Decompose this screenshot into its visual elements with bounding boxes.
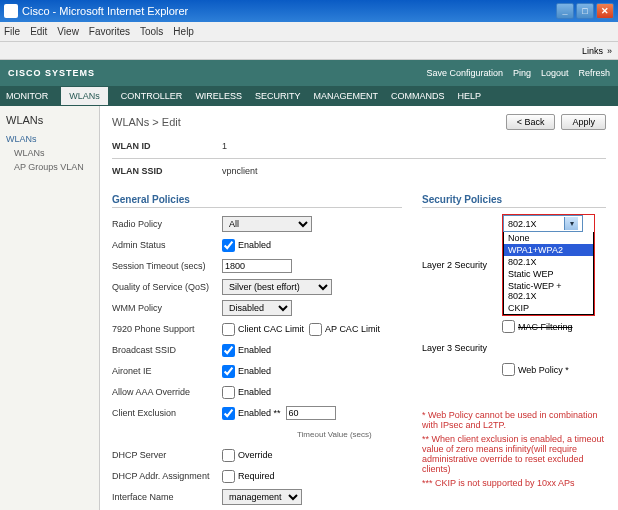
nav-security[interactable]: SECURITY bbox=[255, 87, 301, 105]
aironet-label: Aironet IE bbox=[112, 366, 222, 376]
dhcp-addr-check[interactable] bbox=[222, 470, 235, 483]
session-timeout-input[interactable] bbox=[222, 259, 292, 273]
sidebar-title: WLANs bbox=[6, 114, 93, 126]
admin-status-label: Admin Status bbox=[112, 240, 222, 250]
nav-commands[interactable]: COMMANDS bbox=[391, 87, 445, 105]
client-cac-check[interactable] bbox=[222, 323, 235, 336]
exclusion-check[interactable] bbox=[222, 407, 235, 420]
exclusion-input[interactable] bbox=[286, 406, 336, 420]
cisco-logo: CISCO SYSTEMS bbox=[8, 68, 95, 78]
refresh-link[interactable]: Refresh bbox=[578, 68, 610, 78]
sidebar: WLANs WLANs WLANs AP Groups VLAN bbox=[0, 106, 100, 510]
nav-wireless[interactable]: WIRELESS bbox=[195, 87, 242, 105]
apply-button[interactable]: Apply bbox=[561, 114, 606, 130]
l2-security-label: Layer 2 Security bbox=[422, 260, 502, 270]
radio-policy-select[interactable]: All bbox=[222, 216, 312, 232]
window-title: Cisco - Microsoft Internet Explorer bbox=[22, 5, 188, 17]
admin-status-check[interactable] bbox=[222, 239, 235, 252]
broadcast-label: Broadcast SSID bbox=[112, 345, 222, 355]
menu-view[interactable]: View bbox=[57, 26, 79, 37]
dhcp-server-check[interactable] bbox=[222, 449, 235, 462]
qos-select[interactable]: Silver (best effort) bbox=[222, 279, 332, 295]
dhcp-addr-label: DHCP Addr. Assignment bbox=[112, 471, 222, 481]
l2-opt-wpa[interactable]: WPA1+WPA2 bbox=[504, 244, 593, 256]
back-button[interactable]: < Back bbox=[506, 114, 556, 130]
logout-link[interactable]: Logout bbox=[541, 68, 569, 78]
mac-filter-check[interactable] bbox=[502, 320, 515, 333]
note-web-policy: * Web Policy cannot be used in combinati… bbox=[422, 410, 606, 430]
exclusion-hint: Timeout Value (secs) bbox=[297, 430, 372, 439]
l3-security-label: Layer 3 Security bbox=[422, 343, 502, 353]
interface-select[interactable]: management bbox=[222, 489, 302, 505]
l2-opt-none[interactable]: None bbox=[504, 232, 593, 244]
l2-opt-wep[interactable]: Static WEP bbox=[504, 268, 593, 280]
breadcrumb: WLANs > Edit bbox=[112, 116, 181, 128]
links-toolbar: Links » bbox=[0, 42, 618, 60]
minimize-button[interactable]: _ bbox=[556, 3, 574, 19]
broadcast-check[interactable] bbox=[222, 344, 235, 357]
l2-opt-wep8021x[interactable]: Static-WEP + 802.1X bbox=[504, 280, 593, 302]
note-ckip: *** CKIP is not supported by 10xx APs bbox=[422, 478, 606, 488]
wmm-label: WMM Policy bbox=[112, 303, 222, 313]
save-config-link[interactable]: Save Configuration bbox=[426, 68, 503, 78]
content: WLANs > Edit < Back Apply WLAN ID1 WLAN … bbox=[100, 106, 618, 510]
dhcp-server-label: DHCP Server bbox=[112, 450, 222, 460]
l2-opt-8021x[interactable]: 802.1X bbox=[504, 256, 593, 268]
sidebar-item-wlans[interactable]: WLANs bbox=[6, 134, 93, 144]
close-button[interactable]: ✕ bbox=[596, 3, 614, 19]
wlan-ssid-value: vpnclient bbox=[222, 166, 258, 176]
ping-link[interactable]: Ping bbox=[513, 68, 531, 78]
navbar: MONITOR WLANs CONTROLLER WIRELESS SECURI… bbox=[0, 86, 618, 106]
exclusion-label: Client Exclusion bbox=[112, 408, 222, 418]
menu-file[interactable]: File bbox=[4, 26, 20, 37]
ap-cac-check[interactable] bbox=[309, 323, 322, 336]
aaa-label: Allow AAA Override bbox=[112, 387, 222, 397]
qos-label: Quality of Service (QoS) bbox=[112, 282, 222, 292]
nav-management[interactable]: MANAGEMENT bbox=[313, 87, 378, 105]
menu-edit[interactable]: Edit bbox=[30, 26, 47, 37]
nav-wlans[interactable]: WLANs bbox=[61, 87, 108, 105]
menu-favorites[interactable]: Favorites bbox=[89, 26, 130, 37]
chevron-down-icon[interactable]: ▾ bbox=[564, 217, 578, 230]
menu-tools[interactable]: Tools bbox=[140, 26, 163, 37]
web-policy-check[interactable] bbox=[502, 363, 515, 376]
nav-help[interactable]: HELP bbox=[457, 87, 481, 105]
l2-security-dropdown[interactable]: 802.1X▾ None WPA1+WPA2 802.1X Static WEP… bbox=[502, 214, 595, 316]
wlan-id-label: WLAN ID bbox=[112, 141, 151, 151]
session-timeout-label: Session Timeout (secs) bbox=[112, 261, 222, 271]
chevron-icon[interactable]: » bbox=[607, 46, 612, 56]
sidebar-item-wlans-sub[interactable]: WLANs bbox=[6, 148, 93, 158]
radio-policy-label: Radio Policy bbox=[112, 219, 222, 229]
menu-help[interactable]: Help bbox=[173, 26, 194, 37]
links-label[interactable]: Links bbox=[582, 46, 603, 56]
wmm-select[interactable]: Disabled bbox=[222, 300, 292, 316]
app-icon bbox=[4, 4, 18, 18]
general-policies-title: General Policies bbox=[112, 190, 402, 208]
titlebar: Cisco - Microsoft Internet Explorer _ □ … bbox=[0, 0, 618, 22]
note-exclusion: ** When client exclusion is enabled, a t… bbox=[422, 434, 606, 474]
maximize-button[interactable]: □ bbox=[576, 3, 594, 19]
security-policies-title: Security Policies bbox=[422, 190, 606, 208]
aironet-check[interactable] bbox=[222, 365, 235, 378]
interface-label: Interface Name bbox=[112, 492, 222, 502]
menubar: File Edit View Favorites Tools Help bbox=[0, 22, 618, 42]
aaa-check[interactable] bbox=[222, 386, 235, 399]
wlan-ssid-label: WLAN SSID bbox=[112, 166, 163, 176]
sidebar-item-apgroups[interactable]: AP Groups VLAN bbox=[6, 162, 93, 172]
nav-monitor[interactable]: MONITOR bbox=[6, 87, 48, 105]
wlan-id-value: 1 bbox=[222, 141, 227, 151]
banner: CISCO SYSTEMS Save Configuration Ping Lo… bbox=[0, 60, 618, 86]
phone-label: 7920 Phone Support bbox=[112, 324, 222, 334]
l2-opt-ckip[interactable]: CKIP bbox=[504, 302, 593, 314]
nav-controller[interactable]: CONTROLLER bbox=[121, 87, 183, 105]
